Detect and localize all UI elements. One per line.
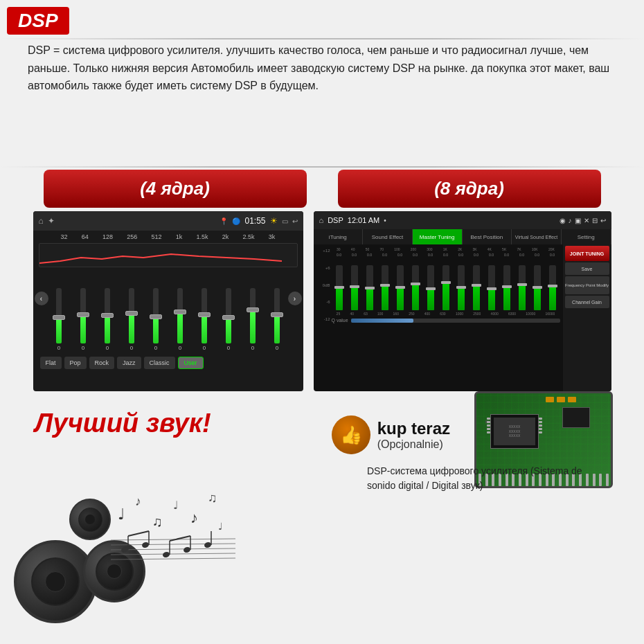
eq-slider-col: 0	[267, 288, 287, 351]
eq-slider-col: 0	[98, 288, 117, 351]
svg-text:♫: ♫	[152, 514, 163, 529]
thumb-icon: 👍	[332, 415, 370, 454]
tab-sound-effect[interactable]: Sound Effect	[363, 229, 413, 244]
svg-point-14	[141, 542, 150, 548]
dsp-badge: DSP	[7, 7, 69, 35]
dsp-top-left-icons: ⌂ DSP 12:01 AM •	[319, 216, 386, 224]
eq-time: 01:55	[244, 216, 265, 226]
pin-icon: 📍	[220, 217, 228, 225]
buy-sub: (Opcjonalnie)	[377, 438, 450, 451]
eq-slider-col: 0	[49, 288, 69, 351]
svg-line-23	[170, 536, 190, 541]
eq-top-icons: ⌂ ✦	[39, 216, 55, 226]
screens-row: ⌂ ✦ 📍 🔵 01:55 ☀ ▭ ↩ 32 64 128 256 512	[0, 211, 644, 391]
tab-master-tuning[interactable]: Master Tuning	[413, 229, 463, 244]
dsp-dot: •	[384, 217, 386, 224]
buy-area: 👍 kup teraz (Opcjonalnie)	[332, 415, 450, 454]
svg-line-8	[111, 544, 235, 545]
svg-line-22	[128, 531, 149, 536]
svg-text:♪: ♪	[190, 509, 198, 526]
save-button[interactable]: Save	[565, 262, 609, 275]
tab-ituning[interactable]: iTuning	[314, 229, 364, 244]
channel-gain-button[interactable]: Channel Gain	[565, 296, 609, 308]
eq-nav-left-button[interactable]: ‹	[35, 292, 48, 305]
preset-jazz[interactable]: Jazz	[117, 357, 141, 369]
best-sound-text: Лучший звук!	[35, 409, 211, 438]
svg-point-18	[183, 546, 191, 553]
dsp-main-area: +12 +6 0dB -6 -12 30 40 50	[314, 244, 563, 391]
dsp-tabs: iTuning Sound Effect Master Tuning Best …	[314, 229, 611, 244]
eq-top-bar: ⌂ ✦ 📍 🔵 01:55 ☀ ▭ ↩	[33, 211, 303, 231]
db-label-12: +12	[315, 249, 330, 253]
close-icon: ✕	[584, 217, 589, 224]
dsp-sidebar: JOINT TUNING Save Frequency Point Modify…	[563, 244, 611, 391]
speakers-area: ♩ ♪ ♫ ♩ ♪ ♫ ♩	[14, 492, 222, 630]
svg-text:♪: ♪	[135, 494, 141, 508]
svg-text:♩: ♩	[173, 499, 179, 511]
q-value-label: Q value	[332, 318, 348, 323]
gps-icon: ◉	[560, 217, 566, 224]
preset-classic[interactable]: Classic	[144, 357, 175, 369]
dsp-home-icon: ⌂	[319, 216, 324, 224]
bluetooth-icon: 🔵	[232, 217, 240, 225]
eq-freq-labels: 32 64 128 256 512 1k 1.5k 2k 2.5k 3k	[33, 231, 303, 243]
home-icon: ⌂	[39, 216, 44, 226]
buy-label: kup teraz	[377, 419, 450, 438]
minimize-icon: ⊟	[592, 217, 598, 224]
db-label-neg6: -6	[315, 300, 330, 304]
svg-line-10	[111, 553, 235, 555]
svg-line-11	[111, 558, 235, 560]
svg-point-20	[204, 542, 212, 548]
joint-tuning-button[interactable]: JOINT TUNING	[565, 246, 609, 261]
tab-virtual-sound[interactable]: Virtual Sound Effect	[512, 229, 562, 244]
db-label-neg12: -12	[315, 317, 330, 321]
core-label-left: (4 ядра)	[44, 170, 307, 208]
db-label-0: 0dB	[315, 283, 330, 287]
dsp-content: +12 +6 0dB -6 -12 30 40 50	[314, 244, 611, 391]
preset-flat[interactable]: Flat	[40, 357, 62, 369]
back-icon: ↩	[292, 217, 298, 225]
svg-text:♩: ♩	[118, 506, 125, 523]
pcb-main-chip: XXXXXXXXXXXXXXX	[490, 414, 539, 449]
description-text: DSP = система цифрового усилителя. улучш…	[28, 42, 616, 95]
back-nav-icon: ↩	[600, 217, 606, 224]
svg-text:♩: ♩	[218, 521, 223, 532]
dsp-description: DSP-система цифрового усилителя (Sistema…	[367, 464, 609, 493]
svg-point-12	[120, 546, 129, 553]
eq-slider-col: 0	[146, 288, 166, 351]
eq-slider-col: 0	[195, 288, 214, 351]
core-label-right: (8 ядра)	[338, 170, 601, 208]
dsp-screen-right: ⌂ DSP 12:01 AM • ◉ ♪ ▣ ✕ ⊟ ↩ iTuning Sou…	[314, 211, 611, 391]
page-container: DSP DSP = система цифрового усилителя. у…	[0, 0, 644, 644]
eq-sliders-area: 0 0 0	[33, 271, 303, 354]
top-divider	[0, 38, 644, 39]
battery-icon: ▭	[282, 217, 288, 225]
buy-text-block: kup teraz (Opcjonalnie)	[377, 419, 450, 451]
db-label-6: +6	[315, 266, 330, 270]
dsp-clock: 12:01 AM	[348, 216, 379, 224]
preset-pop[interactable]: Pop	[64, 357, 87, 369]
pcb-secondary-chip	[562, 407, 590, 428]
frequency-point-modify-button[interactable]: Frequency Point Modify	[565, 276, 609, 294]
eq-slider-col: 0	[73, 288, 93, 351]
tab-setting[interactable]: Setting	[562, 229, 611, 244]
dsp-top-right-icons: ◉ ♪ ▣ ✕ ⊟ ↩	[560, 217, 606, 224]
speaker-small	[69, 499, 111, 540]
usb-icon: ✦	[48, 216, 55, 226]
cores-row: (4 ядра) (8 ядра)	[0, 170, 644, 208]
svg-point-16	[162, 551, 170, 558]
eq-slider-col: 0	[219, 288, 238, 351]
eq-nav-right-button[interactable]: ›	[288, 292, 302, 305]
preset-rock[interactable]: Rock	[89, 357, 115, 369]
q-value-slider[interactable]	[351, 319, 560, 323]
eq-slider-col: 0	[122, 288, 141, 351]
bottom-divider	[0, 166, 644, 168]
preset-user[interactable]: User	[178, 357, 204, 369]
eq-slider-col: 0	[243, 288, 262, 351]
tab-best-position[interactable]: Best Position	[463, 229, 512, 244]
brightness-icon: ☀	[270, 216, 278, 226]
eq-slider-col: 0	[170, 288, 190, 351]
svg-text:♫: ♫	[208, 492, 217, 505]
eq-screen-left: ⌂ ✦ 📍 🔵 01:55 ☀ ▭ ↩ 32 64 128 256 512	[33, 211, 303, 391]
eq-graph-area	[33, 243, 303, 271]
